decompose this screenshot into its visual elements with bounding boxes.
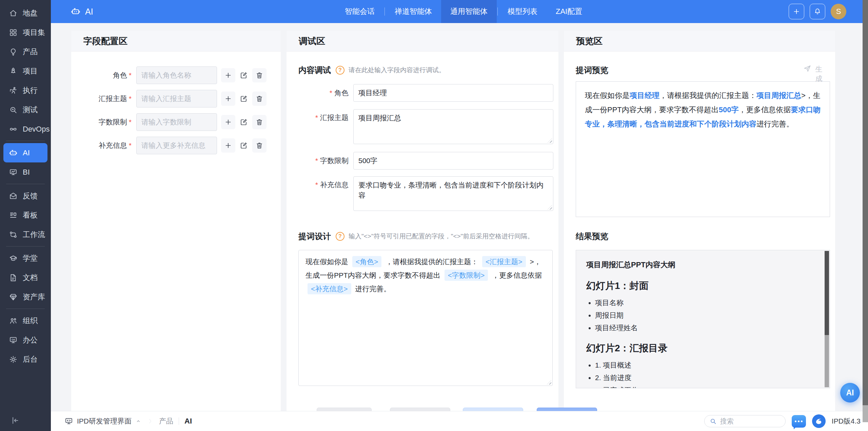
add-field-button[interactable] — [221, 92, 235, 106]
generate-result-button[interactable]: 生成结果 — [803, 64, 823, 73]
doc-icon — [9, 273, 18, 282]
field-ref-chip[interactable]: <汇报主题> — [482, 256, 526, 267]
footer-bar: IPD研发管理界面 产品AI 搜索 IPD版4.3 — [51, 411, 868, 431]
sidebar-item-workflow[interactable]: 工作流 — [0, 225, 51, 244]
admin-icon — [9, 355, 18, 364]
ai-icon — [9, 149, 18, 157]
sidebar-item-organization[interactable]: 组织 — [0, 311, 51, 330]
office-icon: OA — [9, 336, 18, 345]
sidebar-item-tutoring[interactable]: 学堂 — [0, 249, 51, 268]
search-input[interactable]: 搜索 — [704, 415, 786, 427]
tab-separator — [497, 7, 498, 16]
generate-result-label: 生成结果 — [815, 64, 823, 73]
field-ref-chip[interactable]: <角色> — [352, 256, 382, 267]
preview-text-segment: 项目周报汇总 — [756, 91, 801, 100]
paper-plane-icon — [803, 64, 811, 73]
sidebar-item-devops[interactable]: DevOps — [0, 119, 51, 139]
chat-button[interactable] — [792, 415, 806, 428]
result-preview-header: 结果预览 — [576, 231, 608, 242]
prompt-design-editor[interactable]: 现在假如你是 <角色> ，请根据我提供的汇报主题： <汇报主题> >，生成一份P… — [298, 250, 553, 386]
asset-icon — [9, 293, 18, 301]
delete-field-button[interactable] — [252, 138, 267, 153]
add-field-button[interactable] — [221, 68, 235, 82]
delete-field-button[interactable] — [252, 68, 267, 82]
notifications-button[interactable] — [810, 4, 825, 19]
edit-field-button[interactable] — [237, 138, 251, 153]
field-label: 补充信息* — [71, 141, 132, 150]
floating-ai-button[interactable]: AI — [840, 383, 860, 403]
sidebar-collapse-button[interactable] — [9, 415, 21, 426]
sidebar-item-label: 项目集 — [23, 27, 45, 38]
add-field-button[interactable] — [221, 138, 235, 153]
result-heading: 幻灯片2：汇报目录 — [586, 342, 815, 355]
debug-field-textarea[interactable]: 项目周报汇总 — [353, 109, 553, 144]
add-button[interactable] — [789, 4, 804, 19]
content-debug-header: 内容调试 ? 请在此处输入字段内容进行调试。 — [298, 64, 445, 76]
breadcrumb-item[interactable]: AI — [184, 417, 192, 426]
edit-field-button[interactable] — [237, 68, 251, 82]
footer-right: 搜索 IPD版4.3 — [704, 414, 861, 428]
sidebar-item-doc[interactable]: 文档 — [0, 268, 51, 287]
sidebar-item-label: 项目 — [23, 66, 38, 76]
debug-field-textarea[interactable]: 要求口吻专业，条理清晰，包含当前进度和下个阶段计划内容 — [353, 176, 553, 211]
zentao-logo-icon[interactable] — [812, 414, 826, 428]
page-scrollbar[interactable] — [863, 0, 868, 422]
sidebar-item-home[interactable]: 地盘 — [0, 3, 51, 23]
trash-icon — [255, 141, 263, 150]
sidebar-item-execution[interactable]: 执行 — [0, 81, 51, 100]
avatar[interactable]: S — [831, 4, 846, 19]
breadcrumb-item[interactable]: 产品 — [159, 416, 173, 426]
topbar: AI 智能会话禅道智能体通用智能体模型列表ZAI配置 S — [51, 0, 868, 23]
field-input[interactable]: 请输入角色名称 — [136, 66, 217, 84]
field-input[interactable]: 请输入汇报主题 — [136, 90, 217, 107]
sidebar-item-feedback[interactable]: 反馈 — [0, 186, 51, 205]
preview-text-segment: 500字 — [719, 105, 739, 114]
result-scrollbar-thumb[interactable] — [825, 251, 829, 335]
sidebar-item-kanban[interactable]: 看板 — [0, 205, 51, 225]
delete-field-button[interactable] — [252, 92, 267, 106]
page-scrollbar-thumb[interactable] — [863, 0, 868, 405]
workspace-switcher[interactable]: IPD研发管理界面 — [64, 416, 141, 426]
panel-title: 调试区 — [287, 31, 558, 52]
delete-field-button[interactable] — [252, 115, 267, 129]
field-input[interactable]: 请输入更多补充信息 — [136, 137, 217, 154]
breadcrumb: 产品AI — [159, 416, 192, 426]
edit-field-button[interactable] — [237, 115, 251, 129]
sidebar-item-program[interactable]: 项目集 — [0, 23, 51, 42]
sidebar-divider — [6, 246, 45, 247]
field-config-row: 字数限制*请输入字数限制 — [71, 113, 281, 131]
field-placeholder: 请输入角色名称 — [141, 71, 191, 80]
sidebar-item-qa[interactable]: 测试 — [0, 100, 51, 119]
sidebar-item-office[interactable]: OA办公 — [0, 330, 51, 350]
plus-icon — [224, 95, 232, 103]
result-scrollbar[interactable] — [825, 251, 829, 387]
sidebar-item-product[interactable]: 产品 — [0, 42, 51, 61]
debug-field-input[interactable]: 500字 — [353, 152, 553, 170]
tab-general-agent[interactable]: 通用智能体 — [441, 0, 497, 23]
edit-field-button[interactable] — [237, 92, 251, 106]
field-config-row: 补充信息*请输入更多补充信息 — [71, 137, 281, 154]
sidebar-item-label: AI — [23, 149, 30, 157]
add-field-button[interactable] — [221, 115, 235, 129]
sidebar-item-bi[interactable]: BI — [0, 162, 51, 182]
preview-body: 提词预览 生成结果 现在假如你是项目经理，请根据我提供的汇报主题：项目周报汇总>… — [564, 52, 835, 411]
panel-field-config: 字段配置区 角色*请输入角色名称汇报主题*请输入汇报主题字数限制*请输入字数限制… — [71, 31, 281, 411]
field-input[interactable]: 请输入字数限制 — [136, 113, 217, 131]
feedback-icon — [9, 192, 18, 200]
prompt-preview-text: 现在假如你是项目经理，请根据我提供的汇报主题：项目周报汇总>，生成一份PPT内容… — [576, 81, 830, 217]
sidebar-item-system[interactable]: 后台 — [0, 350, 51, 369]
debug-field-input[interactable]: 项目经理 — [353, 84, 553, 102]
sidebar-item-label: DevOps — [23, 125, 50, 134]
field-ref-chip[interactable]: <字数限制> — [445, 270, 488, 281]
tab-zai-config[interactable]: ZAI配置 — [547, 0, 591, 23]
sidebar-item-assetlib[interactable]: 资产库 — [0, 287, 51, 307]
sidebar-item-project[interactable]: 项目 — [0, 61, 51, 81]
tab-smart-chat[interactable]: 智能会话 — [336, 0, 384, 23]
sidebar-item-ai[interactable]: AI — [3, 143, 47, 162]
tab-model-list[interactable]: 模型列表 — [498, 0, 547, 23]
bell-icon — [813, 7, 822, 16]
field-ref-chip[interactable]: <补充信息> — [308, 283, 351, 294]
tab-zentao-agent[interactable]: 禅道智能体 — [386, 0, 441, 23]
debug-field-label: *字数限制 — [287, 156, 349, 165]
debug-field-label: *补充信息 — [287, 180, 349, 190]
